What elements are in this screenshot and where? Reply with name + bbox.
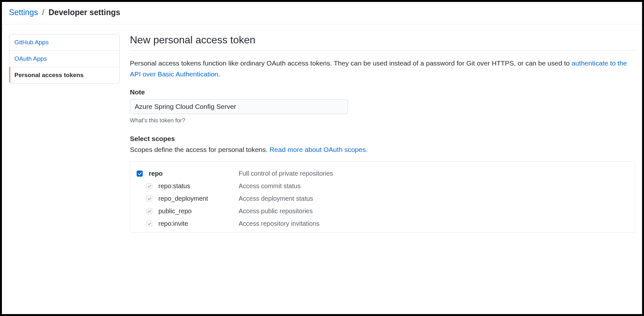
token-desc-text: Personal access tokens function like ord… [130,59,572,67]
check-icon [148,185,151,188]
scope-repo-invite-desc: Access repository invitations [239,220,628,227]
sidebar-item-oauth-apps[interactable]: OAuth Apps [9,51,119,67]
token-desc-post: . [218,70,220,78]
check-icon [138,172,142,175]
page-title: New personal access token [130,34,635,51]
scopes-desc: Scopes define the access for personal to… [130,146,635,154]
breadcrumb-separator: / [42,8,44,17]
sidebar-item-github-apps[interactable]: GitHub Apps [9,34,119,51]
check-icon [148,197,151,200]
breadcrumb: Settings / Developer settings [2,2,642,24]
scope-repo-invite-checkbox[interactable] [146,221,152,227]
scope-repo-status-name: repo:status [158,182,239,190]
scope-repo-deployment-checkbox[interactable] [146,196,152,202]
scope-repo-name: repo [149,170,239,177]
scope-repo-invite: repo:invite Access repository invitation… [137,217,628,230]
scope-repo-status: repo:status Access commit status [137,180,628,192]
scope-repo-invite-name: repo:invite [158,220,239,227]
scopes-box: repo Full control of private repositorie… [130,161,635,233]
scope-repo-status-desc: Access commit status [239,182,628,190]
note-input[interactable] [130,99,348,114]
breadcrumb-current: Developer settings [48,8,120,17]
scope-repo-deployment: repo_deployment Access deployment status [137,192,628,205]
scope-public-repo: public_repo Access public repositories [137,205,628,217]
scope-repo-status-checkbox[interactable] [146,183,152,189]
scope-repo-checkbox[interactable] [137,171,143,177]
sidebar: GitHub Apps OAuth Apps Personal access t… [9,34,120,233]
scopes-section: Select scopes Scopes define the access f… [130,135,635,233]
check-icon [148,210,151,213]
note-hint: What's this token for? [130,117,635,124]
scope-public-repo-name: public_repo [158,207,239,215]
main-content: New personal access token Personal acces… [130,34,635,233]
scope-repo: repo Full control of private repositorie… [137,167,628,180]
sidebar-menu: GitHub Apps OAuth Apps Personal access t… [9,34,120,83]
scopes-desc-text: Scopes define the access for personal to… [130,146,269,153]
sidebar-item-personal-access-tokens[interactable]: Personal access tokens [9,67,119,83]
scope-repo-deployment-desc: Access deployment status [239,195,628,202]
scope-repo-deployment-name: repo_deployment [158,195,239,202]
note-label: Note [130,88,635,96]
scopes-label: Select scopes [130,135,635,143]
scope-repo-desc: Full control of private repositories [239,170,628,177]
token-description: Personal access tokens function like ord… [130,58,635,79]
check-icon [148,222,151,225]
note-field: Note What's this token for? [130,88,635,124]
scope-public-repo-checkbox[interactable] [146,208,152,214]
breadcrumb-root-link[interactable]: Settings [9,8,38,17]
oauth-scopes-link[interactable]: Read more about OAuth scopes. [269,146,368,153]
scope-public-repo-desc: Access public repositories [239,207,628,215]
